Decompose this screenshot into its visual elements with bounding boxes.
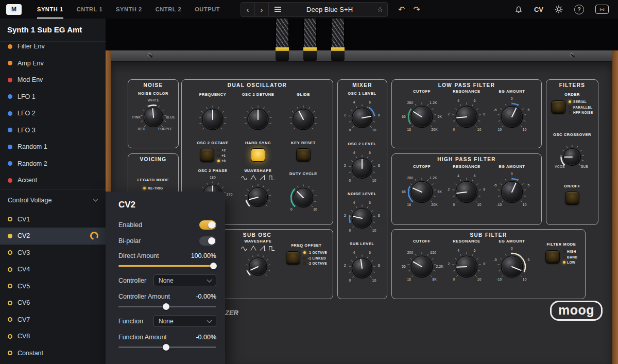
sidebar-item-lfo-1[interactable]: LFO 1 <box>0 89 106 106</box>
hpf-eg-amount-knob[interactable]: -10-50510 <box>486 166 538 218</box>
controller-amount-slider[interactable] <box>118 303 216 310</box>
favorite-star-icon[interactable]: ☆ <box>373 6 387 13</box>
svg-text:10: 10 <box>477 128 482 131</box>
sidebar-item-lfo-3[interactable]: LFO 3 <box>0 122 106 139</box>
slider-thumb[interactable] <box>163 344 169 351</box>
key-reset-button[interactable] <box>296 148 311 162</box>
sidebar-item-constant[interactable]: Constant <box>0 345 106 362</box>
tab-synth-2[interactable]: SYNTH 2 <box>116 0 142 19</box>
chevron-down-icon <box>93 197 98 202</box>
controller-select[interactable]: None <box>153 274 216 286</box>
osc2-level-knob[interactable]: 0246810 <box>337 143 387 194</box>
option-band[interactable]: BAND <box>563 255 578 259</box>
hard-sync-button[interactable] <box>251 148 265 162</box>
option-hpf-noise[interactable]: HPF NOISE <box>569 111 593 114</box>
option--1-octave[interactable]: -1 OCTAVE <box>303 251 327 254</box>
option-high[interactable]: HIGH <box>563 250 578 253</box>
osc-crossover-knob[interactable]: VCOSSUB <box>549 134 595 180</box>
sidebar-item-random-1[interactable]: Random 1 <box>0 138 106 155</box>
svg-text:5: 5 <box>527 258 529 262</box>
option--2-octave[interactable]: -2 OCTAVE <box>303 262 327 265</box>
mixer-section: MIXER OSC 1 LEVEL 0246810 OSC 2 LEVEL 02… <box>337 79 387 299</box>
enabled-toggle[interactable] <box>199 220 216 230</box>
sidebar-item-mod-env[interactable]: Mod Env <box>0 72 106 89</box>
direct-amount-slider[interactable] <box>118 263 216 269</box>
sub-filter-eg-amount-knob[interactable]: -10-50510 <box>486 240 538 293</box>
help-icon[interactable]: ? <box>574 5 584 14</box>
sub-filter-resonance-knob[interactable]: 0246810 <box>440 240 493 293</box>
screw-icon <box>570 53 575 58</box>
option-label: RE-TRIG <box>148 186 163 190</box>
svg-text:0: 0 <box>511 247 513 250</box>
preset-menu-icon[interactable] <box>269 7 286 12</box>
option-label: +0 <box>221 159 226 163</box>
svg-text:-10: -10 <box>496 203 502 206</box>
preset-prev-button[interactable]: ‹ <box>241 3 255 16</box>
function-amount-slider[interactable] <box>118 344 216 351</box>
svg-text:0: 0 <box>349 179 351 182</box>
controller-label: Controller <box>118 277 146 284</box>
patch-cable[interactable] <box>276 19 289 61</box>
option--1-linked[interactable]: -1 LINKED <box>303 256 327 260</box>
svg-text:0: 0 <box>349 279 351 282</box>
glide-knob[interactable] <box>278 94 329 145</box>
patch-cable[interactable] <box>331 19 345 61</box>
sidebar-item-cv7[interactable]: CV7 <box>0 311 106 328</box>
option--0[interactable]: +0 <box>217 159 226 163</box>
svg-text:2: 2 <box>344 164 346 167</box>
preset-next-button[interactable]: › <box>255 3 269 16</box>
filter-mode-button[interactable] <box>545 250 560 264</box>
option--2[interactable]: +2 <box>217 148 226 152</box>
moog-mark-icon[interactable]: Σ <box>595 5 609 14</box>
sidebar-item-accent[interactable]: Accent <box>0 172 106 189</box>
noise-level-knob[interactable]: 0246810 <box>337 193 387 244</box>
lpf-eg-amount-knob[interactable]: -10-50510 <box>486 91 538 143</box>
order-button[interactable] <box>551 100 565 114</box>
function-select[interactable]: None <box>153 315 216 327</box>
hpf-resonance-knob[interactable]: 0246810 <box>440 166 493 218</box>
sidebar-item-cv3[interactable]: CV3 <box>0 245 106 262</box>
cv-button[interactable]: CV <box>534 6 543 13</box>
slider-thumb[interactable] <box>210 263 217 269</box>
gear-icon[interactable] <box>555 5 563 13</box>
noise-color-knob[interactable]: REDPINKWHITEBLUEPURPLE <box>129 93 178 142</box>
tab-synth-1[interactable]: SYNTH 1 <box>37 0 63 19</box>
preset-name[interactable]: Deep Blue S+H <box>286 6 373 13</box>
sidebar-item-cv4[interactable]: CV4 <box>0 261 106 278</box>
lpf-resonance-knob[interactable]: 0246810 <box>440 91 493 143</box>
sub-level-knob[interactable]: 0246810 <box>337 243 387 293</box>
sidebar-item-amp-env[interactable]: Amp Env <box>0 55 106 72</box>
app-logo[interactable]: M <box>6 4 22 15</box>
svg-text:8: 8 <box>483 112 485 116</box>
option-parallel[interactable]: PARALLEL <box>569 106 593 109</box>
undo-button[interactable]: ↶ <box>398 5 405 14</box>
filters-onoff-button[interactable] <box>565 192 579 205</box>
sidebar-item-cv6[interactable]: CV6 <box>0 294 106 311</box>
option--1[interactable]: +1 <box>217 154 226 158</box>
sidebar-item-lfo-2[interactable]: LFO 2 <box>0 105 106 122</box>
frequency-knob[interactable] <box>187 94 238 145</box>
option-serial[interactable]: SERIAL <box>569 100 593 103</box>
tab-cntrl-1[interactable]: CNTRL 1 <box>77 0 102 19</box>
sidebar-item-cv8[interactable]: CV8 <box>0 328 106 345</box>
osc2-octave-button[interactable] <box>200 149 214 162</box>
osc2-detune-knob[interactable] <box>232 94 284 145</box>
sidebar-section-control-voltage[interactable]: Control Voltage <box>0 189 106 211</box>
freq-offset-button[interactable] <box>286 251 300 265</box>
duty-cycle-knob[interactable]: 010 <box>279 173 328 222</box>
sidebar-item-cv5[interactable]: CV5 <box>0 278 106 295</box>
sidebar-item-random-2[interactable]: Random 2 <box>0 155 106 172</box>
slider-thumb[interactable] <box>163 303 169 310</box>
svg-text:16: 16 <box>407 278 411 281</box>
option-low[interactable]: LOW <box>563 261 578 264</box>
tab-output[interactable]: OUTPUT <box>195 0 220 19</box>
sidebar-item-cv2[interactable]: CV2 <box>0 228 106 245</box>
option-re-trig[interactable]: RE-TRIG <box>143 186 163 190</box>
sidebar-item-cv1[interactable]: CV1 <box>0 211 106 228</box>
bipolar-toggle[interactable] <box>199 236 216 246</box>
bell-icon[interactable] <box>514 6 523 13</box>
tab-cntrl-2[interactable]: CNTRL 2 <box>156 0 181 19</box>
osc1-level-knob[interactable]: 0246810 <box>337 93 387 143</box>
patch-cable[interactable] <box>303 19 317 61</box>
redo-button[interactable]: ↷ <box>413 5 420 14</box>
